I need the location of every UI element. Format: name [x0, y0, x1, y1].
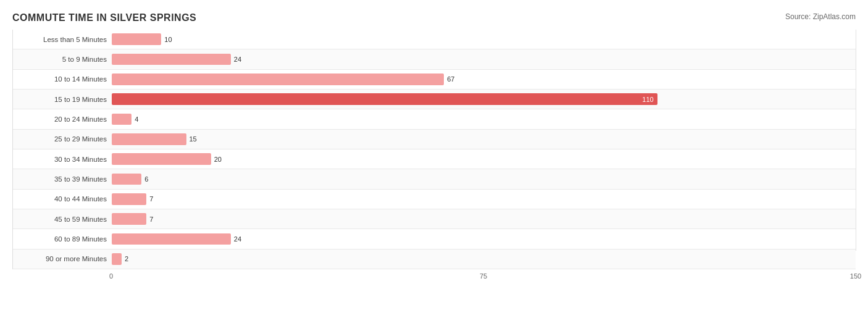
bar-label: 15 to 19 Minutes	[13, 96, 112, 103]
bar-label: 30 to 34 Minutes	[13, 156, 112, 163]
table-row: 20 to 24 Minutes4	[13, 109, 856, 129]
bar-value: 2	[125, 255, 128, 262]
bar-track: 4	[112, 109, 856, 128]
x-axis-label: 75	[480, 272, 487, 280]
x-axis: 075150	[111, 269, 856, 285]
bars-section: Less than 5 Minutes105 to 9 Minutes2410 …	[12, 30, 856, 269]
bar-label: 45 to 59 Minutes	[13, 216, 112, 223]
chart-source: Source: ZipAtlas.com	[785, 12, 856, 21]
table-row: 25 to 29 Minutes15	[13, 130, 856, 149]
bar-fill	[112, 54, 231, 65]
bar-value: 15	[190, 135, 197, 143]
bar-label: 10 to 14 Minutes	[13, 75, 112, 83]
bar-value: 20	[214, 156, 222, 163]
bar-label: Less than 5 Minutes	[13, 36, 112, 43]
bar-value: 24	[234, 235, 241, 243]
bar-fill	[112, 174, 141, 185]
bar-label: 60 to 89 Minutes	[13, 235, 112, 243]
bar-track: 24	[112, 49, 856, 69]
chart-title: COMMUTE TIME IN SILVER SPRINGS	[12, 12, 196, 23]
x-axis-label: 150	[850, 272, 861, 280]
bar-track: 20	[112, 149, 856, 169]
table-row: 45 to 59 Minutes7	[13, 209, 856, 229]
bar-fill	[112, 213, 146, 225]
chart-header: COMMUTE TIME IN SILVER SPRINGS Source: Z…	[12, 12, 856, 23]
x-axis-label: 0	[109, 272, 113, 280]
bar-fill	[112, 233, 231, 245]
bar-track: 67	[112, 70, 856, 89]
bar-value: 7	[149, 216, 153, 223]
bar-track: 6	[112, 169, 856, 188]
bar-value: 67	[447, 75, 454, 83]
bar-label: 35 to 39 Minutes	[13, 175, 112, 183]
chart-area: Less than 5 Minutes105 to 9 Minutes2410 …	[12, 30, 856, 285]
table-row: 35 to 39 Minutes6	[13, 169, 856, 189]
bar-fill	[112, 133, 186, 145]
bar-label: 25 to 29 Minutes	[13, 135, 112, 143]
bar-fill	[112, 114, 131, 125]
bar-track: 2	[112, 250, 856, 269]
bar-label: 20 to 24 Minutes	[13, 115, 112, 123]
bar-value: 110	[642, 96, 653, 103]
bar-value: 24	[234, 56, 241, 63]
bar-label: 90 or more Minutes	[13, 255, 112, 262]
bar-value: 10	[164, 36, 172, 43]
grid-line	[856, 30, 856, 251]
bar-value: 6	[144, 175, 148, 183]
bar-fill: 110	[112, 93, 657, 105]
bar-track: 15	[112, 130, 856, 149]
bar-track: 24	[112, 229, 856, 248]
bar-fill	[112, 253, 122, 265]
table-row: 10 to 14 Minutes67	[13, 70, 856, 90]
bar-track: 7	[112, 190, 856, 209]
bar-value: 4	[135, 115, 138, 123]
table-row: 15 to 19 Minutes110	[13, 90, 856, 109]
bar-value: 7	[149, 195, 153, 203]
bar-fill	[112, 153, 211, 165]
bar-fill	[112, 73, 444, 85]
table-row: 30 to 34 Minutes20	[13, 149, 856, 169]
bar-track: 7	[112, 209, 856, 229]
bar-fill	[112, 33, 161, 45]
bar-label: 40 to 44 Minutes	[13, 195, 112, 203]
bar-track: 10	[112, 30, 856, 49]
bar-track: 110	[112, 90, 856, 109]
table-row: 60 to 89 Minutes24	[13, 229, 856, 249]
table-row: 5 to 9 Minutes24	[13, 49, 856, 69]
chart-container: COMMUTE TIME IN SILVER SPRINGS Source: Z…	[0, 0, 868, 323]
table-row: Less than 5 Minutes10	[13, 30, 856, 49]
bar-label: 5 to 9 Minutes	[13, 56, 112, 63]
table-row: 40 to 44 Minutes7	[13, 190, 856, 209]
table-row: 90 or more Minutes2	[13, 250, 856, 269]
bar-fill	[112, 193, 146, 205]
